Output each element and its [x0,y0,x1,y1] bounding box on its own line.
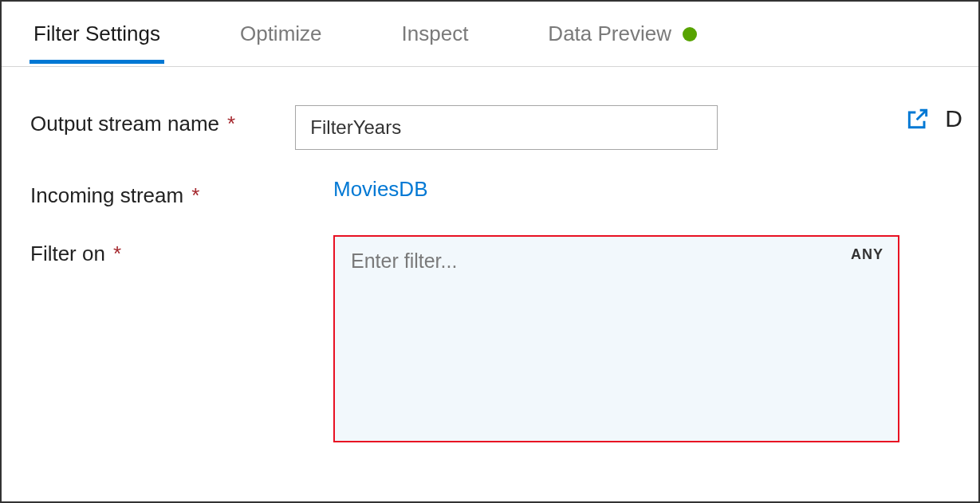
filter-placeholder: Enter filter... [351,250,457,272]
label-text: Filter on [30,242,105,266]
filter-expression-input[interactable]: Enter filter... ANY [333,235,899,442]
row-output-stream-name: Output stream name * D [30,105,962,150]
open-external-icon[interactable] [905,106,931,132]
tab-data-preview[interactable]: Data Preview [548,6,697,62]
tab-label: Data Preview [548,22,671,46]
row-filter-on: Filter on * Enter filter... ANY [30,235,962,442]
tab-filter-settings[interactable]: Filter Settings [33,6,160,62]
required-asterisk: * [113,242,121,266]
required-asterisk: * [191,183,199,208]
row-incoming-stream: Incoming stream * MoviesDB [30,177,962,208]
incoming-stream-link[interactable]: MoviesDB [333,177,427,202]
label-output-stream-name: Output stream name * [30,105,295,136]
label-text: Output stream name [30,112,219,136]
tab-inspect[interactable]: Inspect [402,6,469,62]
filter-type-badge: ANY [851,246,884,263]
control-col: MoviesDB [333,177,899,202]
truncated-text: D [945,105,962,132]
tab-bar: Filter Settings Optimize Inspect Data Pr… [2,2,978,67]
tab-label: Inspect [402,22,469,46]
tab-optimize[interactable]: Optimize [240,6,322,62]
output-stream-name-input[interactable] [295,105,718,150]
tab-label: Optimize [240,22,322,46]
label-incoming-stream: Incoming stream * [30,177,333,208]
tab-label: Filter Settings [33,22,160,46]
status-dot-icon [683,27,697,41]
label-text: Incoming stream [30,183,183,208]
side-actions: D [905,105,962,132]
form-area: Output stream name * D Incoming stream *… [2,67,978,442]
control-col [295,105,861,150]
required-asterisk: * [227,112,235,136]
control-col: Enter filter... ANY [333,235,899,442]
label-filter-on: Filter on * [30,235,333,266]
